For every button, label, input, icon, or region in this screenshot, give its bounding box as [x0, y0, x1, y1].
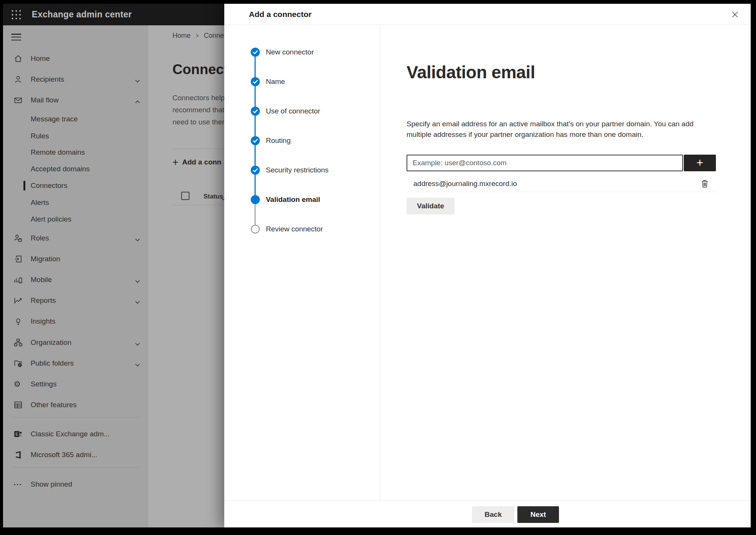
screen: Exchange admin center Home Recipients Ma…	[3, 4, 751, 527]
add-email-button[interactable]: +	[684, 155, 716, 171]
divider	[11, 417, 140, 417]
envelope-icon	[14, 96, 23, 105]
step-new-connector: New connector	[251, 48, 314, 57]
migration-icon	[14, 254, 23, 264]
divider	[11, 467, 140, 467]
hamburger-menu-icon[interactable]	[11, 34, 21, 41]
validation-email-input[interactable]	[407, 155, 683, 171]
dialog-header: Add a connector	[224, 4, 751, 25]
step-todo-icon	[251, 225, 260, 234]
person-icon	[14, 75, 23, 84]
delete-email-button[interactable]	[699, 178, 710, 189]
sidebar-item-microsoft-365-admin[interactable]: Microsoft 365 admi...	[3, 447, 148, 463]
chevron-down-icon	[135, 298, 140, 303]
sidebar-item-alert-policies[interactable]: Alert policies	[3, 211, 148, 228]
email-address: address@journaling.mxrecord.io	[413, 180, 517, 188]
gear-icon: ⚙	[14, 380, 23, 389]
sidebar-item-insights[interactable]: Insights	[3, 313, 148, 330]
select-all-checkbox[interactable]	[181, 192, 189, 200]
step-connector-line	[255, 52, 256, 200]
microsoft-365-icon	[14, 450, 23, 459]
chevron-up-icon	[135, 98, 140, 102]
wizard-steps: New connector Name Use of connector Rout…	[224, 25, 380, 500]
org-chart-icon	[14, 338, 23, 347]
selected-indicator	[23, 181, 25, 191]
dialog-title: Add a connector	[249, 4, 312, 25]
svg-text:E: E	[16, 432, 18, 436]
sidebar-item-rules[interactable]: Rules	[3, 128, 148, 144]
sidebar-item-show-pinned[interactable]: ··· Show pinned	[3, 476, 148, 493]
status-column-header[interactable]: Status	[203, 193, 223, 200]
sidebar-item-message-trace[interactable]: Message trace	[3, 111, 148, 127]
sidebar-item-accepted-domains[interactable]: Accepted domains	[3, 161, 148, 177]
step-check-icon	[251, 107, 260, 116]
sidebar-item-classic-exchange-admin[interactable]: E Classic Exchange adm...	[3, 426, 148, 442]
step-check-icon	[251, 48, 260, 57]
step-current-icon	[251, 195, 260, 204]
sidebar-item-connectors[interactable]: Connectors	[3, 177, 148, 194]
roles-icon	[14, 234, 23, 243]
chevron-down-icon	[135, 77, 140, 82]
breadcrumb-home-link[interactable]: Home	[172, 32, 191, 40]
ellipsis-icon: ···	[14, 480, 23, 489]
lightbulb-icon	[14, 317, 23, 326]
step-use-of-connector: Use of connector	[251, 107, 320, 116]
email-input-row: +	[407, 155, 716, 171]
wizard-page-content: Validation email Specify an email addres…	[380, 25, 751, 500]
sidebar-item-remote-domains[interactable]: Remote domains	[3, 144, 148, 161]
sidebar-item-recipients[interactable]: Recipients	[3, 71, 148, 88]
sidebar-item-mobile[interactable]: Mobile	[3, 271, 148, 288]
page-description: Connectors help recommend that need to u…	[172, 92, 225, 128]
step-review-connector: Review connector	[251, 225, 323, 234]
sidebar-item-migration[interactable]: Migration	[3, 251, 148, 267]
home-icon	[14, 54, 23, 63]
folder-globe-icon	[14, 359, 23, 368]
chevron-down-icon	[135, 361, 140, 366]
validate-button[interactable]: Validate	[407, 198, 455, 214]
step-check-icon	[251, 136, 260, 145]
sidebar-item-alerts[interactable]: Alerts	[3, 194, 148, 211]
sidebar-item-other-features[interactable]: Other features	[3, 397, 148, 413]
sidebar-item-organization[interactable]: Organization	[3, 334, 148, 351]
page-title: Connect	[172, 62, 228, 78]
step-name: Name	[251, 77, 285, 86]
step-validation-email: Validation email	[251, 195, 320, 204]
dialog-footer: Back Next	[224, 500, 751, 527]
sidebar-item-mail-flow[interactable]: Mail flow	[3, 92, 148, 109]
plus-icon: +	[172, 157, 179, 168]
chevron-down-icon	[135, 278, 140, 282]
add-connector-button[interactable]: + Add a conn	[172, 155, 221, 169]
breadcrumb-separator-icon	[195, 32, 199, 40]
chevron-down-icon	[135, 340, 140, 345]
sidebar-item-settings[interactable]: ⚙ Settings	[3, 376, 148, 392]
breadcrumb-connectors: Conne	[204, 32, 224, 40]
add-connector-dialog: Add a connector New connector Name	[224, 4, 751, 527]
mobile-stats-icon	[14, 275, 23, 284]
page-instructions: Specify an email address for an active m…	[407, 119, 694, 140]
step-check-icon	[251, 166, 260, 175]
chevron-down-icon	[135, 236, 140, 240]
step-security-restrictions: Security restrictions	[251, 166, 329, 175]
sidebar-item-public-folders[interactable]: Public folders	[3, 355, 148, 372]
sidebar-item-home[interactable]: Home	[3, 50, 148, 67]
back-button[interactable]: Back	[472, 506, 514, 523]
app-title: Exchange admin center	[32, 4, 132, 25]
plus-icon: +	[696, 156, 703, 169]
sidebar-nav: Home Recipients Mail flow Message trace …	[3, 25, 148, 527]
close-icon	[732, 11, 738, 18]
step-check-icon	[251, 77, 260, 86]
page-heading: Validation email	[407, 62, 535, 82]
next-button[interactable]: Next	[517, 506, 559, 523]
app-launcher-icon[interactable]	[11, 9, 22, 20]
close-button[interactable]	[728, 8, 742, 21]
trash-icon	[701, 180, 708, 188]
sidebar-item-reports[interactable]: Reports	[3, 292, 148, 309]
table-icon	[14, 400, 23, 409]
classic-exchange-icon: E	[14, 430, 23, 439]
email-entry-row: address@journaling.mxrecord.io	[407, 175, 716, 192]
step-routing: Routing	[251, 136, 291, 145]
line-chart-icon	[14, 296, 23, 305]
sidebar-item-roles[interactable]: Roles	[3, 230, 148, 247]
breadcrumb: Home Conne	[172, 32, 224, 40]
